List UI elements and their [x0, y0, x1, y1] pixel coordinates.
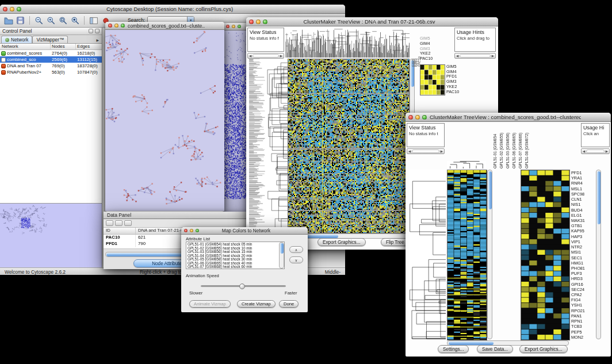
gene-label: SEC1	[571, 255, 585, 260]
column-header-network[interactable]: Network	[0, 44, 51, 49]
tab-vizmapper[interactable]: VizMapper™	[32, 36, 68, 43]
tab-network[interactable]: Network	[1, 36, 32, 43]
treeview-button[interactable]: Settings...	[438, 345, 469, 353]
scroll-left-icon[interactable]: ◀	[249, 54, 251, 58]
global-vscrollbar[interactable]	[487, 170, 492, 339]
close-panel-icon[interactable]	[95, 29, 100, 33]
view-status-scrollbar[interactable]: ◀ ▶	[407, 148, 445, 154]
birdseye-view[interactable]	[0, 203, 102, 267]
scrollbar-thumb[interactable]	[449, 342, 494, 345]
zoom-out-icon[interactable]	[34, 16, 44, 25]
view-status-scrollbar[interactable]: ◀ ▶	[247, 53, 284, 59]
done-button[interactable]: Done	[279, 300, 299, 308]
network-list-row[interactable]: combined_sco2569(6)13112(15)	[0, 56, 102, 63]
scroll-left-icon[interactable]: ◀	[583, 150, 585, 153]
usage-hints-text: Click and drag to	[457, 36, 494, 41]
scrollbar-thumb[interactable]	[488, 171, 492, 209]
scroll-right-icon[interactable]: ▶	[606, 150, 608, 153]
table-icon[interactable]	[106, 220, 113, 226]
open-session-icon[interactable]	[3, 16, 13, 25]
close-icon[interactable]	[108, 24, 112, 28]
scroll-track[interactable]	[412, 150, 439, 153]
tab-overflow-icon[interactable]: ▶	[94, 37, 101, 43]
close-icon[interactable]	[3, 7, 7, 12]
heatmap-canvas[interactable]	[288, 59, 410, 233]
scroll-track[interactable]	[460, 54, 491, 58]
matrix-icon[interactable]	[124, 220, 132, 226]
animation-speed-slider[interactable]	[201, 285, 286, 287]
data-panel-titlebar[interactable]: Data Panel	[104, 212, 248, 219]
maximize-icon[interactable]	[121, 24, 125, 28]
create-vizmap-button[interactable]: Create Vizmap	[237, 300, 276, 308]
minimize-icon[interactable]	[232, 25, 235, 28]
zoom-in-icon[interactable]	[46, 16, 56, 25]
zoom-heatmap[interactable]	[521, 170, 570, 340]
network-view-canvas[interactable]	[105, 30, 224, 211]
scroll-track[interactable]	[586, 150, 605, 153]
main-titlebar[interactable]: Cytoscape Desktop (Session Name: collins…	[0, 5, 345, 14]
save-session-icon[interactable]	[16, 16, 25, 25]
treeview-button[interactable]: Save Data...	[477, 345, 513, 353]
minimize-icon[interactable]	[190, 229, 193, 232]
dialog-titlebar[interactable]: Map Colors to Network	[181, 227, 308, 235]
maximize-icon[interactable]	[422, 115, 427, 120]
close-icon[interactable]	[184, 229, 188, 232]
zoom-fit-icon[interactable]	[70, 16, 80, 25]
close-icon[interactable]	[226, 25, 230, 28]
scroll-left-icon[interactable]: ◀	[456, 54, 458, 58]
zoom-vscrollbar[interactable]	[596, 170, 601, 339]
maximize-icon[interactable]	[238, 25, 241, 28]
usage-hints-scrollbar[interactable]: ◀ ▶	[454, 53, 496, 59]
attribute-list-item[interactable]: GPL51-07 (GSM868) heat shock 60 min	[186, 265, 278, 269]
show-control-panel-icon[interactable]	[89, 16, 98, 25]
treeview-button[interactable]: Export Graphics...	[318, 238, 366, 246]
close-icon[interactable]	[408, 115, 413, 120]
column-header-id[interactable]: ID	[104, 228, 136, 234]
birdseye-canvas[interactable]	[0, 204, 101, 267]
scroll-track[interactable]	[253, 54, 279, 58]
maximize-icon[interactable]	[196, 229, 199, 232]
network-edge-count: 16218(0)	[77, 51, 102, 56]
minimize-icon[interactable]	[10, 7, 14, 12]
maximize-icon[interactable]	[263, 20, 267, 24]
global-heatmap[interactable]	[447, 170, 487, 340]
minimize-icon[interactable]	[415, 115, 420, 120]
scroll-right-icon[interactable]: ▶	[441, 150, 443, 153]
dense-network-canvas[interactable]	[223, 30, 249, 212]
attribute-list-scrollbar[interactable]	[279, 242, 284, 269]
treeview-button[interactable]: Export Graphics...	[519, 345, 568, 353]
scrollbar-thumb[interactable]	[597, 171, 600, 224]
scroll-right-icon[interactable]: ▶	[280, 54, 282, 58]
network-name: combined_scores	[7, 51, 52, 56]
minimize-icon[interactable]	[256, 20, 261, 24]
dna-titlebar[interactable]: ClusterMaker TreeView : DNA and Tran 07-…	[246, 17, 498, 26]
gene-label: ELG1	[571, 213, 585, 218]
scroll-right-icon[interactable]: ▶	[492, 54, 494, 58]
network-list-row[interactable]: RNAPuberNov2+563(0)107847(0)	[0, 69, 102, 75]
summary-heatmap[interactable]	[420, 64, 445, 95]
move-down-button[interactable]: ∨	[289, 256, 303, 263]
combined-titlebar[interactable]: ClusterMaker TreeView : combined_scores_…	[406, 113, 611, 122]
background-window-titlebar[interactable]	[223, 23, 249, 30]
move-up-button[interactable]: ∧	[289, 246, 303, 253]
column-dendrogram[interactable]	[447, 161, 486, 168]
column-header-nodes[interactable]: Nodes	[51, 44, 76, 49]
attribute-select-icon[interactable]	[115, 220, 123, 226]
row-dendrogram[interactable]	[266, 59, 288, 232]
scroll-left-icon[interactable]: ◀	[408, 150, 411, 153]
float-panel-icon[interactable]	[89, 29, 93, 33]
close-icon[interactable]	[249, 20, 254, 24]
slider-thumb[interactable]	[239, 283, 245, 289]
network-list-row[interactable]: combined_scores2764(0)16218(0)	[0, 50, 102, 56]
column-header-edges[interactable]: Edges	[76, 44, 102, 49]
minimize-icon[interactable]	[114, 24, 118, 28]
maximize-icon[interactable]	[17, 7, 21, 12]
network-list-row[interactable]: DNA and Tran 07769(0)183728(0)	[0, 63, 102, 69]
control-panel-title: Control Panel	[2, 28, 32, 34]
column-dendrogram[interactable]	[285, 28, 410, 58]
scrollbar-thumb[interactable]	[280, 243, 284, 254]
row-dendrogram[interactable]	[408, 170, 446, 339]
zoom-selected-icon[interactable]	[58, 16, 68, 25]
network-view-titlebar[interactable]: combined_scores_good.txt--cluste...	[105, 22, 224, 30]
usage-hints-scrollbar[interactable]: ◀ ▶	[581, 148, 610, 154]
